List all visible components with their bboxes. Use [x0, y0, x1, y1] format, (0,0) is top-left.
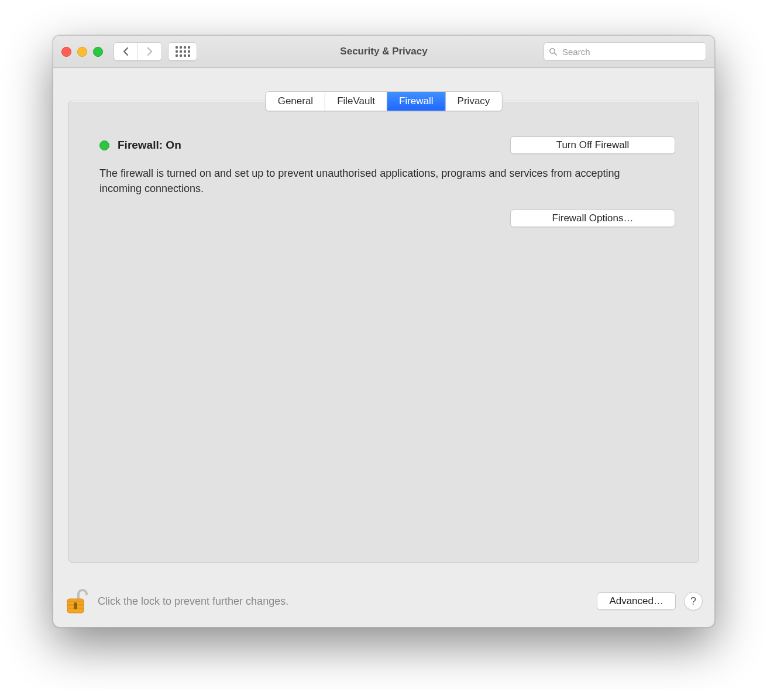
svg-rect-6: [74, 602, 77, 609]
firewall-status-label: Firewall: On: [118, 139, 181, 152]
advanced-button[interactable]: Advanced…: [597, 592, 676, 610]
nav-back-forward: [114, 42, 162, 61]
search-icon: [549, 47, 558, 56]
chevron-left-icon: [122, 47, 129, 56]
zoom-window-button[interactable]: [93, 47, 103, 57]
settings-pane: Firewall: On Turn Off Firewall The firew…: [68, 101, 699, 563]
search-input[interactable]: [561, 46, 701, 57]
show-all-button[interactable]: [168, 42, 197, 61]
tab-filevault[interactable]: FileVault: [325, 92, 387, 111]
svg-line-1: [555, 53, 557, 55]
firewall-description: The firewall is turned on and set up to …: [99, 166, 663, 196]
chevron-right-icon: [146, 47, 153, 56]
forward-button[interactable]: [138, 43, 161, 60]
content-area: Firewall: On Turn Off Firewall The firew…: [53, 68, 714, 627]
turn-off-firewall-button[interactable]: Turn Off Firewall: [510, 136, 675, 154]
footer-bar: Click the lock to prevent further change…: [65, 585, 703, 618]
firewall-status-row: Firewall: On Turn Off Firewall: [99, 136, 675, 154]
svg-rect-3: [67, 601, 84, 602]
back-button[interactable]: [114, 43, 137, 60]
status-indicator-on-icon: [99, 140, 109, 150]
close-window-button[interactable]: [61, 47, 71, 57]
firewall-options-button[interactable]: Firewall Options…: [510, 210, 675, 227]
minimize-window-button[interactable]: [77, 47, 87, 57]
preferences-window: Security & Privacy Firewall: On Turn Off…: [53, 35, 715, 628]
lock-button[interactable]: [65, 587, 90, 615]
tab-privacy[interactable]: Privacy: [446, 92, 502, 111]
lock-hint-text: Click the lock to prevent further change…: [98, 595, 288, 608]
tab-firewall[interactable]: Firewall: [387, 92, 446, 111]
tab-general[interactable]: General: [266, 92, 325, 111]
tab-bar: General FileVault Firewall Privacy: [266, 91, 503, 111]
grid-icon: [176, 46, 190, 57]
help-button[interactable]: ?: [684, 592, 703, 611]
titlebar: Security & Privacy: [53, 36, 714, 68]
window-controls: [61, 47, 103, 57]
search-field-wrap[interactable]: [544, 42, 706, 61]
unlocked-lock-icon: [65, 587, 90, 615]
